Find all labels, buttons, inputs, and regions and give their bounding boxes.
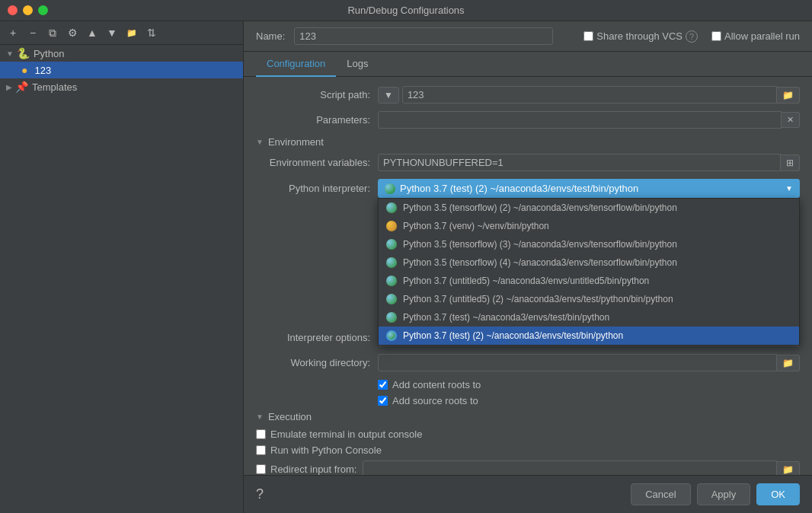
expand-arrow-templates: ▶ xyxy=(6,83,12,91)
allow-parallel-label: Allow parallel run xyxy=(711,30,800,42)
redirect-input-row: Redirect input from: 📁 xyxy=(256,460,800,475)
dropdown-item-0[interactable]: Python 3.5 (tensorflow) (2) ~/anaconda3/… xyxy=(379,199,799,217)
di-text-6: Python 3.7 (test) ~/anaconda3/envs/test/… xyxy=(403,312,609,323)
add-config-button[interactable]: + xyxy=(5,24,21,41)
parameters-input[interactable] xyxy=(378,111,782,129)
name-label: Name: xyxy=(256,30,285,42)
parameters-input-group: ✕ xyxy=(378,111,800,129)
working-dir-label: Working directory: xyxy=(256,357,378,368)
dropdown-arrow-icon: ▼ xyxy=(785,184,793,193)
di-icon-0 xyxy=(386,202,397,213)
environment-section-header: ▼ Environment xyxy=(256,136,800,148)
ok-button[interactable]: OK xyxy=(756,483,800,505)
emulate-terminal-row: Emulate terminal in output console xyxy=(256,429,800,440)
dropdown-item-6[interactable]: Python 3.7 (test) ~/anaconda3/envs/test/… xyxy=(379,308,799,327)
working-dir-input[interactable] xyxy=(378,354,777,371)
run-python-console-checkbox[interactable] xyxy=(256,445,266,455)
parameters-browse-button[interactable]: ✕ xyxy=(782,112,800,128)
main-layout: + − ⧉ ⚙ ▲ ▼ 📁 ⇅ ▼ 🐍 Python ● 123 ▶ xyxy=(0,21,812,513)
share-vcs-checkbox[interactable] xyxy=(583,31,593,41)
move-down-button[interactable]: ▼ xyxy=(104,24,120,41)
minimize-button[interactable] xyxy=(23,5,33,15)
script-path-label: Script path: xyxy=(256,89,378,100)
window-title: Run/Debug Configurations xyxy=(347,5,464,16)
env-vars-input-group: ⊞ xyxy=(378,154,800,171)
allow-parallel-checkbox[interactable] xyxy=(711,31,721,41)
cancel-button[interactable]: Cancel xyxy=(631,483,690,505)
sort-button[interactable]: ⇅ xyxy=(143,24,160,41)
script-path-input-group: 📁 xyxy=(402,86,800,104)
redirect-browse-button[interactable]: 📁 xyxy=(777,461,800,476)
execution-section-title: Execution xyxy=(268,411,312,422)
python-icon: 🐍 xyxy=(17,47,30,59)
execution-section-arrow[interactable]: ▼ xyxy=(256,413,264,421)
add-content-roots-checkbox[interactable] xyxy=(378,380,388,390)
new-folder-button[interactable]: 📁 xyxy=(123,24,140,41)
expand-arrow-python: ▼ xyxy=(6,49,14,58)
env-vars-browse-button[interactable]: ⊞ xyxy=(781,155,800,171)
templates-icon: 📌 xyxy=(15,81,28,93)
vcs-help-icon[interactable]: ? xyxy=(686,30,698,43)
tab-configuration[interactable]: Configuration xyxy=(256,52,336,77)
move-up-button[interactable]: ▲ xyxy=(84,24,101,41)
environment-section-arrow[interactable]: ▼ xyxy=(256,138,264,146)
parameters-label: Parameters: xyxy=(256,114,378,126)
help-button[interactable]: ? xyxy=(256,486,264,502)
add-source-roots-checkbox[interactable] xyxy=(378,396,388,406)
sidebar-item-python[interactable]: ▼ 🐍 Python xyxy=(0,45,243,62)
di-text-2: Python 3.5 (tensorflow) (3) ~/anaconda3/… xyxy=(403,239,677,250)
script-type-dropdown[interactable]: ▼ xyxy=(378,87,399,104)
remove-config-button[interactable]: − xyxy=(24,24,41,41)
dropdown-item-4[interactable]: Python 3.7 (untitled5) ~/anaconda3/envs/… xyxy=(379,272,799,290)
name-input[interactable] xyxy=(294,27,553,45)
di-text-0: Python 3.5 (tensorflow) (2) ~/anaconda3/… xyxy=(403,202,677,213)
tabs-bar: Configuration Logs xyxy=(244,52,812,77)
di-text-5: Python 3.7 (untitled5) (2) ~/anaconda3/e… xyxy=(403,294,673,304)
working-dir-row: Working directory: 📁 xyxy=(256,354,800,371)
redirect-input-checkbox[interactable] xyxy=(256,464,266,474)
script-path-row: Script path: ▼ 📁 xyxy=(256,86,800,104)
script-path-browse-button[interactable]: 📁 xyxy=(777,87,800,104)
sidebar-item-templates[interactable]: ▶ 📌 Templates xyxy=(0,78,243,95)
redirect-input-group: 📁 xyxy=(363,460,800,475)
env-vars-input[interactable] xyxy=(378,154,781,171)
tab-logs[interactable]: Logs xyxy=(336,52,379,77)
di-text-3: Python 3.5 (tensorflow) (4) ~/anaconda3/… xyxy=(403,257,677,268)
sidebar-item-123[interactable]: ● 123 xyxy=(0,62,243,78)
di-icon-2 xyxy=(386,239,397,250)
maximize-button[interactable] xyxy=(38,5,48,15)
interpreter-status-icon xyxy=(385,183,395,194)
redirect-input-field[interactable] xyxy=(363,460,777,475)
dropdown-item-2[interactable]: Python 3.5 (tensorflow) (3) ~/anaconda3/… xyxy=(379,235,799,253)
python-interpreter-dropdown[interactable]: Python 3.7 (test) (2) ~/anaconda3/envs/t… xyxy=(378,179,800,198)
dropdown-item-7[interactable]: Python 3.7 (test) (2) ~/anaconda3/envs/t… xyxy=(379,327,799,345)
add-content-roots-row: Add content roots to xyxy=(378,379,800,390)
emulate-terminal-checkbox[interactable] xyxy=(256,429,266,439)
emulate-terminal-label: Emulate terminal in output console xyxy=(270,429,422,440)
dropdown-item-5[interactable]: Python 3.7 (untitled5) (2) ~/anaconda3/e… xyxy=(379,290,799,308)
dropdown-item-3[interactable]: Python 3.5 (tensorflow) (4) ~/anaconda3/… xyxy=(379,253,799,272)
vcs-options: Share through VCS ? Allow parallel run xyxy=(583,30,800,43)
dropdown-item-1[interactable]: Python 3.7 (venv) ~/venv/bin/python xyxy=(379,217,799,235)
selected-interpreter-text: Python 3.7 (test) (2) ~/anaconda3/envs/t… xyxy=(400,183,785,194)
working-dir-browse-button[interactable]: 📁 xyxy=(777,355,800,371)
run-python-console-row: Run with Python Console xyxy=(256,444,800,456)
share-vcs-label: Share through VCS ? xyxy=(583,30,698,43)
sidebar-item-label-templates: Templates xyxy=(32,81,77,93)
redirect-input-label: Redirect input from: xyxy=(270,464,356,475)
di-icon-6 xyxy=(386,312,397,323)
sidebar-toolbar: + − ⧉ ⚙ ▲ ▼ 📁 ⇅ xyxy=(0,21,243,45)
python-interpreter-label: Python interpreter: xyxy=(256,183,378,194)
run-python-console-label: Run with Python Console xyxy=(270,444,382,456)
sidebar-item-label-123: 123 xyxy=(34,65,51,76)
di-icon-5 xyxy=(386,294,397,304)
apply-button[interactable]: Apply xyxy=(697,483,751,505)
script-path-input[interactable] xyxy=(402,86,777,104)
copy-config-button[interactable]: ⧉ xyxy=(44,24,61,41)
add-source-roots-row: Add source roots to xyxy=(378,395,800,406)
close-button[interactable] xyxy=(8,5,18,15)
interp-options-label: Interpreter options: xyxy=(256,332,378,343)
settings-config-button[interactable]: ⚙ xyxy=(64,24,81,41)
window-controls xyxy=(8,5,48,15)
di-icon-4 xyxy=(386,276,397,286)
